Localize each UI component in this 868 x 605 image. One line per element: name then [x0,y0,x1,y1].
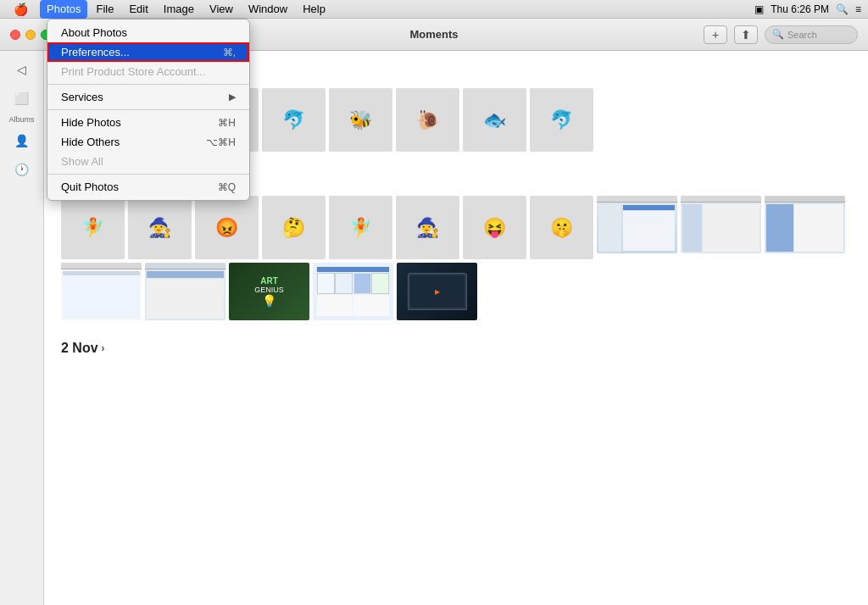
sidebar: ◁ ⬜ Albums 👤 🕐 [0,51,44,605]
screenshot-3[interactable] [765,196,845,253]
show-all-label: Show All [61,155,103,168]
menubar-left: 🍎 Photos File Edit Image View Window Hel… [7,0,332,19]
screenshot-2[interactable] [681,196,761,253]
photo-bee2[interactable]: 🐝 [329,88,392,152]
preferences-item[interactable]: Preferences... ⌘, [47,42,249,62]
hide-photos-label: Hide Photos [61,116,121,129]
photo-laptop[interactable]: ▶ [397,263,477,320]
window-title: Moments [409,28,458,41]
menu-separator-1 [47,84,249,85]
photo-snail2[interactable]: 🐌 [396,88,459,152]
date-label-2nov: 2 Nov [61,341,98,356]
edit-menu[interactable]: Edit [122,0,154,19]
preferences-label: Preferences... [61,46,130,58]
section-2nov: 2 Nov › [61,341,851,356]
apple-menu[interactable]: 🍎 [7,0,35,19]
menu-separator-2 [47,109,249,110]
search-icon: 🔍 [772,29,784,40]
search-placeholder: Search [787,30,817,40]
menu-separator-3 [47,174,249,175]
hide-photos-shortcut: ⌘H [218,117,236,129]
photo-spreadsheet[interactable] [313,263,393,320]
date-header-2nov[interactable]: 2 Nov › [61,341,851,356]
clock: Thu 6:26 PM [771,3,829,15]
sidebar-albums-label: Albums [8,115,34,124]
sidebar-faces[interactable]: 👤 [8,129,36,153]
about-photos-item[interactable]: About Photos [47,23,249,42]
minimize-button[interactable] [25,30,36,40]
services-item[interactable]: Services ▶ [47,87,249,107]
photo-dolphin1[interactable]: 🐬 [262,88,326,152]
photos-dropdown-menu: About Photos Preferences... ⌘, Print Pro… [47,19,250,201]
help-menu[interactable]: Help [296,0,332,19]
title-bar-right: + ⬆ 🔍 Search [704,25,868,44]
print-store-item: Print Product Store Account... [47,62,249,81]
emoji-row-2: 🐝 🐌 🐟 🐬 [329,88,593,152]
about-photos-label: About Photos [61,26,127,39]
photo-wizard[interactable]: 🧙 [128,196,192,259]
view-menu[interactable]: View [203,0,240,19]
photo-tongue[interactable]: 😝 [463,196,526,259]
hide-photos-item[interactable]: Hide Photos ⌘H [47,113,249,132]
photo-angry[interactable]: 😡 [195,196,259,259]
close-button[interactable] [10,30,20,40]
preferences-shortcut: ⌘, [223,47,236,58]
chevron-icon-nov2: › [102,342,105,354]
screenshot-1[interactable] [597,196,677,253]
screenshot-4[interactable] [61,263,142,320]
print-store-label: Print Product Store Account... [61,65,206,78]
photo-shush[interactable]: 🤫 [530,196,593,259]
quit-photos-item[interactable]: Quit Photos ⌘Q [47,177,249,197]
photo-thinking[interactable]: 🤔 [262,196,326,259]
photo-dolphin2[interactable]: 🐬 [530,88,593,152]
sidebar-memories[interactable]: 🕐 [8,158,36,181]
show-all-item: Show All [47,152,249,171]
photo-fish2[interactable]: 🐟 [463,88,526,152]
notification-icon[interactable]: ≡ [855,3,861,15]
hide-others-label: Hide Others [61,136,120,148]
hide-others-shortcut: ⌥⌘H [206,136,236,148]
quit-photos-shortcut: ⌘Q [218,181,236,193]
photo-grid-1nov: 🧚 🧙 😡 🤔 🧚 🧙‍♀️ 😝 🤫 [61,196,851,320]
quit-photos-label: Quit Photos [61,180,119,193]
sidebar-back[interactable]: ◁ [8,58,36,81]
services-arrow: ▶ [229,92,236,103]
window-menu[interactable]: Window [242,0,294,19]
photo-mermaid[interactable]: 🧚 [61,196,125,259]
screenshot-5[interactable] [145,263,225,320]
file-menu[interactable]: File [89,0,120,19]
search-bar[interactable]: 🔍 Search [765,25,858,44]
image-menu[interactable]: Image [157,0,201,19]
sidebar-moments[interactable]: ⬜ [8,86,36,110]
photo-witch[interactable]: 🧙‍♀️ [396,196,459,259]
menubar: 🍎 Photos File Edit Image View Window Hel… [0,0,868,19]
menubar-right: ▣ Thu 6:26 PM 🔍 ≡ [754,3,861,15]
search-icon[interactable]: 🔍 [836,3,849,15]
services-label: Services [61,91,103,103]
hide-others-item[interactable]: Hide Others ⌥⌘H [47,132,249,152]
photo-fairy[interactable]: 🧚 [329,196,392,259]
share-button[interactable]: ⬆ [734,25,758,44]
photo-genius[interactable]: ART GENIUS 💡 [229,263,309,320]
monitor-icon: ▣ [754,3,764,15]
photos-menu[interactable]: Photos [40,0,87,19]
add-button[interactable]: + [704,25,727,44]
